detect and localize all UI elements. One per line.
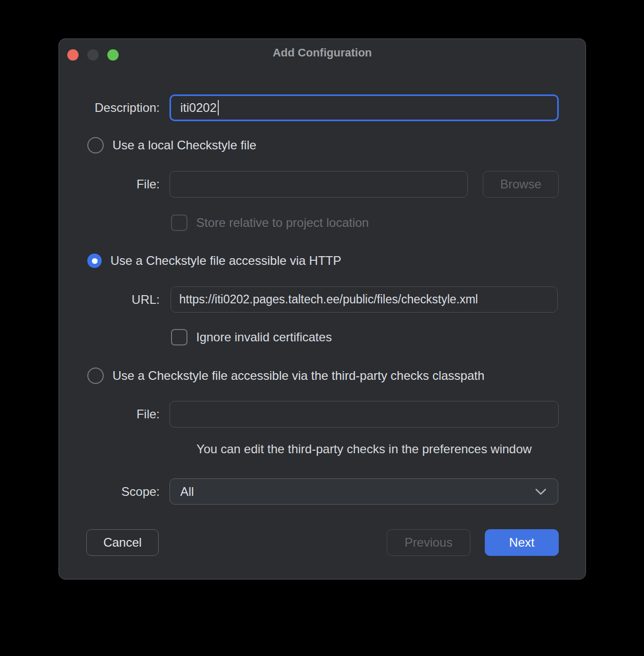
description-input-value: iti0202 bbox=[180, 101, 217, 115]
previous-button[interactable]: Previous bbox=[387, 529, 470, 556]
description-label: Description: bbox=[59, 94, 160, 121]
ignore-certificates-label: Ignore invalid certificates bbox=[196, 330, 332, 344]
radio-local-file[interactable]: Use a local Checkstyle file bbox=[87, 138, 256, 152]
third-party-hint: You can edit the third-party checks in t… bbox=[169, 442, 559, 456]
local-file-input[interactable] bbox=[169, 171, 468, 198]
description-input[interactable]: iti0202 bbox=[169, 94, 559, 121]
radio-local-file-circle[interactable] bbox=[87, 137, 104, 153]
next-button[interactable]: Next bbox=[485, 529, 559, 556]
radio-classpath-circle[interactable] bbox=[87, 368, 104, 384]
classpath-file-label: File: bbox=[59, 401, 160, 428]
titlebar: Add Configuration bbox=[59, 39, 585, 68]
scope-dropdown[interactable]: All bbox=[169, 478, 558, 505]
radio-classpath[interactable]: Use a Checkstyle file accessible via the… bbox=[87, 369, 484, 383]
ignore-certificates-checkbox-row: Ignore invalid certificates bbox=[171, 330, 332, 344]
local-file-label: File: bbox=[59, 171, 160, 198]
url-input-value: https://iti0202.pages.taltech.ee/public/… bbox=[179, 293, 478, 306]
scope-dropdown-value: All bbox=[180, 485, 194, 499]
store-relative-checkbox-row: Store relative to project location bbox=[171, 216, 369, 230]
radio-local-file-label: Use a local Checkstyle file bbox=[112, 138, 256, 152]
store-relative-checkbox[interactable] bbox=[171, 215, 187, 231]
cancel-button[interactable]: Cancel bbox=[86, 529, 159, 556]
scope-label: Scope: bbox=[59, 478, 160, 505]
chevron-down-icon bbox=[535, 488, 546, 495]
store-relative-label: Store relative to project location bbox=[196, 216, 369, 230]
url-input[interactable]: https://iti0202.pages.taltech.ee/public/… bbox=[171, 286, 558, 313]
dialog-title: Add Configuration bbox=[59, 46, 585, 60]
text-caret bbox=[218, 100, 219, 115]
classpath-file-input[interactable] bbox=[169, 401, 559, 428]
add-configuration-dialog: Add Configuration Description: iti0202 U… bbox=[59, 38, 586, 580]
radio-http[interactable]: Use a Checkstyle file accessible via HTT… bbox=[87, 254, 341, 268]
ignore-certificates-checkbox[interactable] bbox=[171, 329, 187, 345]
radio-classpath-label: Use a Checkstyle file accessible via the… bbox=[112, 369, 484, 383]
url-label: URL: bbox=[59, 286, 160, 313]
radio-http-label: Use a Checkstyle file accessible via HTT… bbox=[110, 254, 341, 268]
radio-http-circle[interactable] bbox=[87, 254, 102, 268]
browse-button[interactable]: Browse bbox=[483, 171, 559, 198]
